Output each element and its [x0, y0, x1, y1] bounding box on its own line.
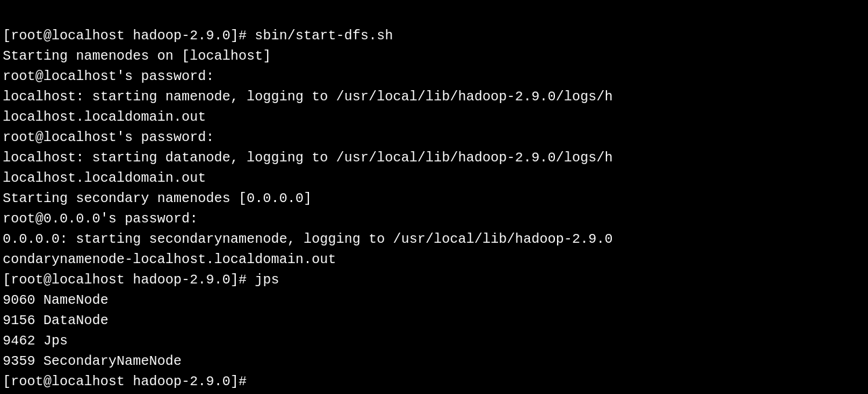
terminal-line: root@localhost's password: — [3, 127, 865, 148]
terminal-line: localhost: starting datanode, logging to… — [3, 148, 865, 168]
terminal-line: Starting secondary namenodes [0.0.0.0] — [3, 189, 865, 209]
terminal-line: [root@localhost hadoop-2.9.0]# sbin/star… — [3, 26, 865, 46]
terminal-line: localhost.localdomain.out — [3, 107, 865, 127]
terminal-line: [root@localhost hadoop-2.9.0]# jps — [3, 270, 865, 290]
terminal-output: [root@localhost hadoop-2.9.0]# sbin/star… — [3, 5, 865, 389]
terminal-line: condarynamenode-localhost.localdomain.ou… — [3, 250, 865, 270]
terminal-line: 9060 NameNode — [3, 290, 865, 311]
terminal-line: 9462 Jps — [3, 331, 865, 351]
terminal-line: localhost.localdomain.out — [3, 168, 865, 189]
terminal-line: localhost: starting namenode, logging to… — [3, 87, 865, 107]
terminal-line: [root@localhost hadoop-2.9.0]# — [3, 372, 865, 389]
terminal-line: 9359 SecondaryNameNode — [3, 351, 865, 372]
terminal-line: 0.0.0.0: starting secondarynamenode, log… — [3, 229, 865, 250]
terminal-line: root@0.0.0.0's password: — [3, 209, 865, 229]
terminal-line: Starting namenodes on [localhost] — [3, 46, 865, 66]
terminal-line: 9156 DataNode — [3, 311, 865, 331]
terminal-line: root@localhost's password: — [3, 66, 865, 87]
